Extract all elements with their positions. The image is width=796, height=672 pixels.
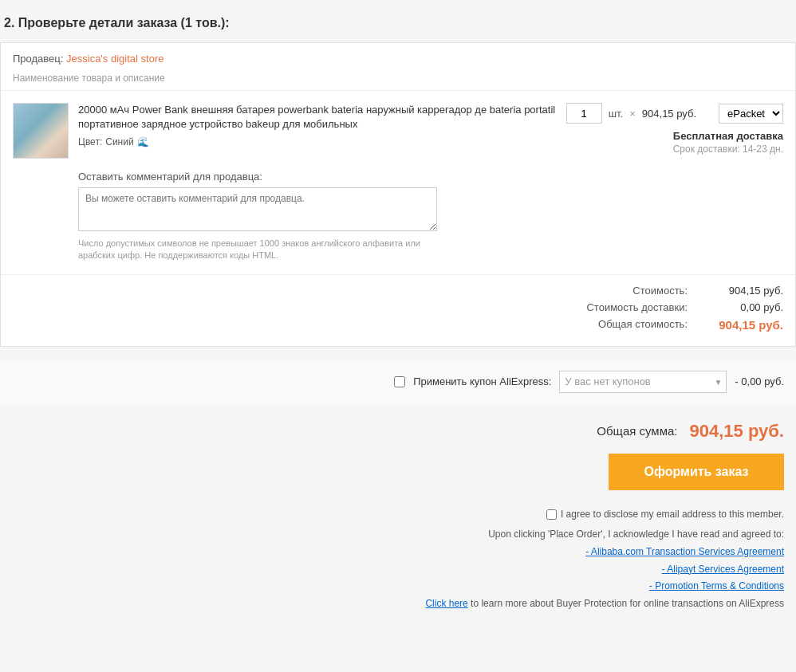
delivery-time-label: Срок доставки: 14-23 дн.	[673, 143, 783, 155]
seller-row: Продавец: Jessica's digital store	[1, 43, 795, 69]
acknowledge-text: Upon clicking 'Place Order', I acknowled…	[12, 526, 784, 544]
color-label: Цвет:	[78, 136, 102, 147]
email-consent-row: I agree to disclose my email address to …	[12, 506, 784, 524]
shipping-cost-label: Стоимость доставки:	[544, 301, 688, 313]
buyer-protection-row: Click here to learn more about Buyer Pro…	[12, 595, 784, 613]
alipay-agreement-link[interactable]: - Alipayt Services Agreement	[662, 564, 784, 575]
quantity-input[interactable]	[566, 103, 602, 124]
buyer-protection-text: to learn more about Buyer Protection for…	[471, 598, 784, 609]
product-color: Цвет: Синий 🌊	[78, 136, 557, 147]
coupon-discount: - 0,00 руб.	[735, 375, 784, 387]
delivery-info: Бесплатная доставка Срок доставки: 14-23…	[673, 130, 783, 155]
product-details: 20000 мАч Power Bank внешняя батарея pow…	[78, 103, 557, 147]
section-title: 2. Проверьте детали заказа (1 тов.):	[0, 8, 796, 38]
grand-total-value: 904,15 руб.	[690, 421, 785, 442]
shipping-cost-value: 0,00 руб.	[688, 301, 783, 313]
total-value: 904,15 руб.	[688, 318, 783, 332]
coupon-select[interactable]: У вас нет купонов	[559, 371, 727, 393]
product-title: 20000 мАч Power Bank внешняя батарея pow…	[78, 103, 557, 132]
quantity-price-row: шт. × 904,15 руб. ePacket	[566, 103, 783, 124]
transaction-agreement-link[interactable]: - Alibaba.com Transaction Services Agree…	[585, 546, 784, 557]
coupon-section: Применить купон AliExpress: У вас нет ку…	[0, 359, 796, 405]
order-totals-section: Стоимость: 904,15 руб. Стоимость доставк…	[1, 274, 795, 346]
multiply-sign: ×	[629, 108, 636, 120]
promotion-terms-link[interactable]: - Promotion Terms & Conditions	[649, 580, 784, 591]
product-right: шт. × 904,15 руб. ePacket Бесплатная дос…	[566, 103, 783, 155]
color-value: Синий	[105, 136, 133, 147]
email-consent-text: I agree to disclose my email address to …	[561, 506, 784, 524]
email-consent-checkbox[interactable]	[546, 509, 557, 520]
comment-textarea[interactable]	[78, 187, 437, 231]
unit-price: 904,15 руб.	[642, 108, 696, 120]
cost-row: Стоимость: 904,15 руб.	[13, 285, 783, 297]
coupon-checkbox[interactable]	[394, 376, 405, 387]
coupon-label: Применить купон AliExpress:	[413, 375, 551, 387]
product-image	[13, 103, 69, 159]
free-delivery-label: Бесплатная доставка	[673, 130, 783, 142]
product-row: 20000 мАч Power Bank внешняя батарея pow…	[1, 91, 795, 159]
buyer-protection-link[interactable]: Click here	[425, 598, 467, 609]
color-emoji-icon: 🌊	[137, 136, 149, 147]
total-row: Общая стоимость: 904,15 руб.	[13, 318, 783, 332]
comment-section: Оставить комментарий для продавца: Число…	[1, 159, 795, 274]
legal-section: I agree to disclose my email address to …	[0, 498, 796, 625]
place-order-button[interactable]: Оформить заказ	[609, 454, 784, 490]
shipping-row: Стоимость доставки: 0,00 руб.	[13, 301, 783, 313]
product-column-header: Наименование товара и описание	[1, 69, 795, 91]
summary-section: Общая сумма: 904,15 руб.	[0, 413, 796, 450]
cost-value: 904,15 руб.	[688, 285, 783, 297]
grand-total-label: Общая сумма:	[597, 424, 677, 438]
coupon-select-wrapper: У вас нет купонов ▼	[559, 371, 727, 393]
shipping-method-select[interactable]: ePacket	[719, 104, 783, 124]
seller-name: Jessica's digital store	[66, 53, 164, 65]
total-label: Общая стоимость:	[544, 318, 688, 332]
cost-label: Стоимость:	[544, 285, 688, 297]
order-card: Продавец: Jessica's digital store Наимен…	[0, 42, 796, 347]
seller-label: Продавец:	[13, 53, 63, 65]
comment-label: Оставить комментарий для продавца:	[78, 171, 783, 183]
comment-hint: Число допустимых символов не превышает 1…	[78, 238, 437, 262]
unit-label: шт.	[609, 108, 624, 120]
